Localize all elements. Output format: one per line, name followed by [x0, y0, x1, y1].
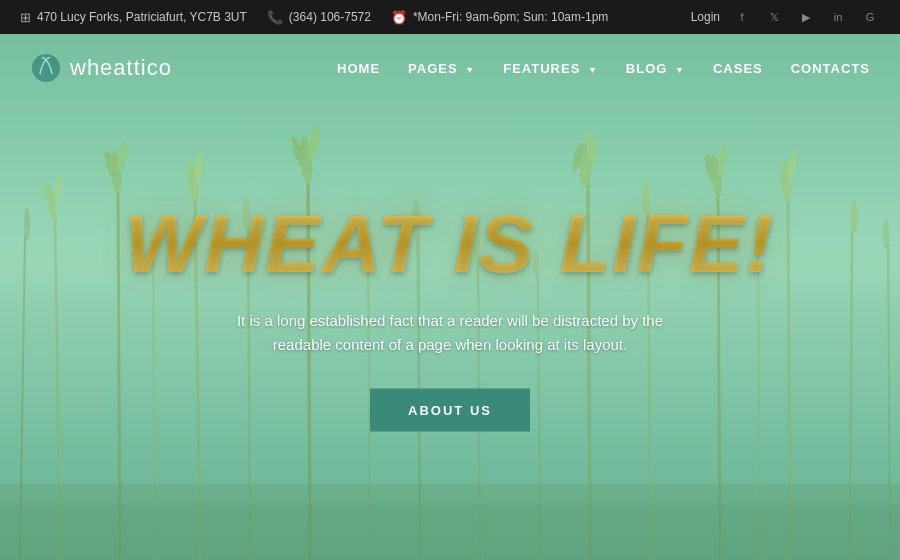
- blog-dropdown-arrow: ▼: [675, 65, 685, 75]
- nav-cases[interactable]: CASES: [713, 59, 763, 77]
- top-bar-left: ⊞ 470 Lucy Forks, Patriciafurt, YC7B 3UT…: [20, 10, 667, 25]
- nav-pages[interactable]: PAGES ▼: [408, 59, 475, 77]
- hours-text: *Mon-Fri: 9am-6pm; Sun: 10am-1pm: [413, 10, 608, 24]
- address-icon: ⊞: [20, 10, 31, 25]
- linkedin-icon[interactable]: in: [828, 7, 848, 27]
- navbar: wheattico HOME PAGES ▼ FEATURES ▼ BLOG ▼…: [0, 34, 900, 102]
- nav-links: HOME PAGES ▼ FEATURES ▼ BLOG ▼ CASES CON…: [337, 59, 870, 77]
- address-text: 470 Lucy Forks, Patriciafurt, YC7B 3UT: [37, 10, 247, 24]
- logo-text: wheattico: [70, 55, 172, 81]
- facebook-icon[interactable]: f: [732, 7, 752, 27]
- top-bar-right: Login f 𝕏 ▶ in G: [691, 7, 880, 27]
- hero-section: wheattico HOME PAGES ▼ FEATURES ▼ BLOG ▼…: [0, 34, 900, 560]
- google-icon[interactable]: G: [860, 7, 880, 27]
- logo-icon: [30, 52, 62, 84]
- svg-point-51: [32, 54, 60, 82]
- youtube-icon[interactable]: ▶: [796, 7, 816, 27]
- nav-contacts[interactable]: CONTACTS: [791, 59, 870, 77]
- phone-icon: 📞: [267, 10, 283, 25]
- nav-features[interactable]: FEATURES ▼: [503, 59, 598, 77]
- about-us-button[interactable]: ABOUT US: [370, 389, 530, 432]
- login-link[interactable]: Login: [691, 10, 720, 24]
- hero-title: WHEAT IS LIFE!: [0, 203, 900, 285]
- features-dropdown-arrow: ▼: [588, 65, 598, 75]
- hero-subtitle: It is a long established fact that a rea…: [235, 309, 665, 357]
- twitter-icon[interactable]: 𝕏: [764, 7, 784, 27]
- hours-item: ⏰ *Mon-Fri: 9am-6pm; Sun: 10am-1pm: [391, 10, 608, 25]
- pages-dropdown-arrow: ▼: [465, 65, 475, 75]
- address-item: ⊞ 470 Lucy Forks, Patriciafurt, YC7B 3UT: [20, 10, 247, 25]
- nav-home[interactable]: HOME: [337, 59, 380, 77]
- top-bar: ⊞ 470 Lucy Forks, Patriciafurt, YC7B 3UT…: [0, 0, 900, 34]
- nav-blog[interactable]: BLOG ▼: [626, 59, 685, 77]
- hero-content: WHEAT IS LIFE! It is a long established …: [0, 203, 900, 432]
- phone-item: 📞 (364) 106-7572: [267, 10, 371, 25]
- logo[interactable]: wheattico: [30, 52, 337, 84]
- clock-icon: ⏰: [391, 10, 407, 25]
- phone-text: (364) 106-7572: [289, 10, 371, 24]
